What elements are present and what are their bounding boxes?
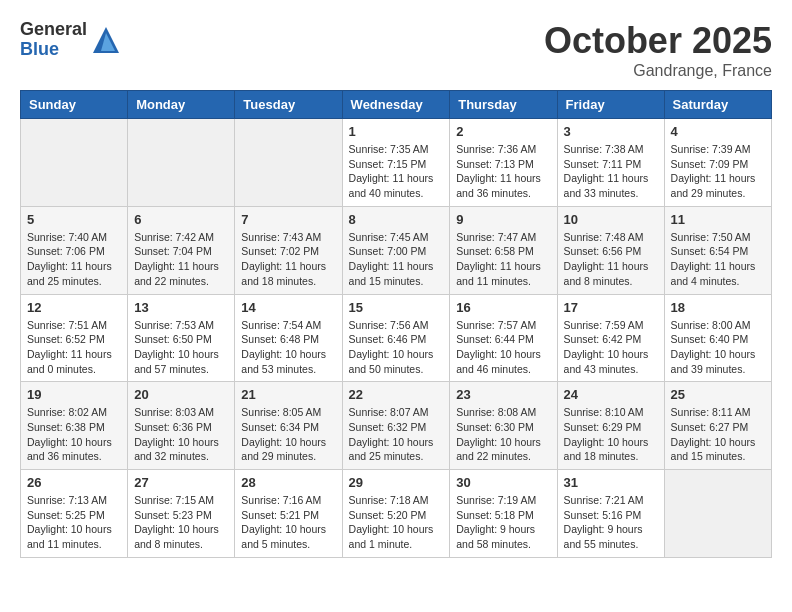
day-number: 19 — [27, 387, 121, 402]
day-info: Sunrise: 7:56 AM Sunset: 6:46 PM Dayligh… — [349, 318, 444, 377]
weekday-header: Friday — [557, 91, 664, 119]
calendar-cell: 17Sunrise: 7:59 AM Sunset: 6:42 PM Dayli… — [557, 294, 664, 382]
calendar-cell: 13Sunrise: 7:53 AM Sunset: 6:50 PM Dayli… — [128, 294, 235, 382]
day-info: Sunrise: 7:50 AM Sunset: 6:54 PM Dayligh… — [671, 230, 765, 289]
calendar-week-row: 19Sunrise: 8:02 AM Sunset: 6:38 PM Dayli… — [21, 382, 772, 470]
day-number: 18 — [671, 300, 765, 315]
calendar-cell: 10Sunrise: 7:48 AM Sunset: 6:56 PM Dayli… — [557, 206, 664, 294]
calendar-week-row: 1Sunrise: 7:35 AM Sunset: 7:15 PM Daylig… — [21, 119, 772, 207]
calendar-week-row: 5Sunrise: 7:40 AM Sunset: 7:06 PM Daylig… — [21, 206, 772, 294]
calendar-week-row: 26Sunrise: 7:13 AM Sunset: 5:25 PM Dayli… — [21, 470, 772, 558]
location-text: Gandrange, France — [544, 62, 772, 80]
day-info: Sunrise: 7:53 AM Sunset: 6:50 PM Dayligh… — [134, 318, 228, 377]
day-number: 31 — [564, 475, 658, 490]
calendar-cell: 15Sunrise: 7:56 AM Sunset: 6:46 PM Dayli… — [342, 294, 450, 382]
day-number: 22 — [349, 387, 444, 402]
day-number: 26 — [27, 475, 121, 490]
calendar-cell: 4Sunrise: 7:39 AM Sunset: 7:09 PM Daylig… — [664, 119, 771, 207]
day-number: 8 — [349, 212, 444, 227]
calendar-cell: 12Sunrise: 7:51 AM Sunset: 6:52 PM Dayli… — [21, 294, 128, 382]
calendar-cell — [21, 119, 128, 207]
day-info: Sunrise: 8:02 AM Sunset: 6:38 PM Dayligh… — [27, 405, 121, 464]
day-number: 3 — [564, 124, 658, 139]
day-info: Sunrise: 8:00 AM Sunset: 6:40 PM Dayligh… — [671, 318, 765, 377]
logo-blue-text: Blue — [20, 40, 87, 60]
calendar-header-row: SundayMondayTuesdayWednesdayThursdayFrid… — [21, 91, 772, 119]
day-number: 24 — [564, 387, 658, 402]
day-number: 11 — [671, 212, 765, 227]
day-number: 27 — [134, 475, 228, 490]
calendar-cell: 31Sunrise: 7:21 AM Sunset: 5:16 PM Dayli… — [557, 470, 664, 558]
day-number: 16 — [456, 300, 550, 315]
calendar-cell — [664, 470, 771, 558]
day-number: 30 — [456, 475, 550, 490]
weekday-header: Saturday — [664, 91, 771, 119]
calendar-cell: 16Sunrise: 7:57 AM Sunset: 6:44 PM Dayli… — [450, 294, 557, 382]
day-info: Sunrise: 7:54 AM Sunset: 6:48 PM Dayligh… — [241, 318, 335, 377]
day-info: Sunrise: 8:05 AM Sunset: 6:34 PM Dayligh… — [241, 405, 335, 464]
calendar-cell: 28Sunrise: 7:16 AM Sunset: 5:21 PM Dayli… — [235, 470, 342, 558]
calendar-cell: 27Sunrise: 7:15 AM Sunset: 5:23 PM Dayli… — [128, 470, 235, 558]
day-number: 21 — [241, 387, 335, 402]
calendar-cell: 30Sunrise: 7:19 AM Sunset: 5:18 PM Dayli… — [450, 470, 557, 558]
day-info: Sunrise: 8:08 AM Sunset: 6:30 PM Dayligh… — [456, 405, 550, 464]
calendar-cell — [128, 119, 235, 207]
page-header: General Blue October 2025 Gandrange, Fra… — [20, 20, 772, 80]
calendar-cell: 9Sunrise: 7:47 AM Sunset: 6:58 PM Daylig… — [450, 206, 557, 294]
weekday-header: Thursday — [450, 91, 557, 119]
title-area: October 2025 Gandrange, France — [544, 20, 772, 80]
day-info: Sunrise: 7:59 AM Sunset: 6:42 PM Dayligh… — [564, 318, 658, 377]
day-info: Sunrise: 7:13 AM Sunset: 5:25 PM Dayligh… — [27, 493, 121, 552]
day-number: 2 — [456, 124, 550, 139]
calendar-cell: 19Sunrise: 8:02 AM Sunset: 6:38 PM Dayli… — [21, 382, 128, 470]
day-info: Sunrise: 8:03 AM Sunset: 6:36 PM Dayligh… — [134, 405, 228, 464]
weekday-header: Tuesday — [235, 91, 342, 119]
day-number: 20 — [134, 387, 228, 402]
calendar-cell: 18Sunrise: 8:00 AM Sunset: 6:40 PM Dayli… — [664, 294, 771, 382]
calendar-cell: 3Sunrise: 7:38 AM Sunset: 7:11 PM Daylig… — [557, 119, 664, 207]
day-info: Sunrise: 7:43 AM Sunset: 7:02 PM Dayligh… — [241, 230, 335, 289]
day-number: 7 — [241, 212, 335, 227]
day-number: 12 — [27, 300, 121, 315]
calendar-cell: 7Sunrise: 7:43 AM Sunset: 7:02 PM Daylig… — [235, 206, 342, 294]
calendar-cell: 5Sunrise: 7:40 AM Sunset: 7:06 PM Daylig… — [21, 206, 128, 294]
day-info: Sunrise: 7:48 AM Sunset: 6:56 PM Dayligh… — [564, 230, 658, 289]
day-info: Sunrise: 8:10 AM Sunset: 6:29 PM Dayligh… — [564, 405, 658, 464]
day-number: 1 — [349, 124, 444, 139]
day-info: Sunrise: 7:21 AM Sunset: 5:16 PM Dayligh… — [564, 493, 658, 552]
calendar-cell: 14Sunrise: 7:54 AM Sunset: 6:48 PM Dayli… — [235, 294, 342, 382]
day-info: Sunrise: 7:15 AM Sunset: 5:23 PM Dayligh… — [134, 493, 228, 552]
calendar-table: SundayMondayTuesdayWednesdayThursdayFrid… — [20, 90, 772, 558]
calendar-cell: 1Sunrise: 7:35 AM Sunset: 7:15 PM Daylig… — [342, 119, 450, 207]
day-info: Sunrise: 8:07 AM Sunset: 6:32 PM Dayligh… — [349, 405, 444, 464]
day-info: Sunrise: 7:42 AM Sunset: 7:04 PM Dayligh… — [134, 230, 228, 289]
logo: General Blue — [20, 20, 121, 60]
day-number: 13 — [134, 300, 228, 315]
day-number: 4 — [671, 124, 765, 139]
day-number: 10 — [564, 212, 658, 227]
day-info: Sunrise: 8:11 AM Sunset: 6:27 PM Dayligh… — [671, 405, 765, 464]
day-number: 5 — [27, 212, 121, 227]
day-number: 23 — [456, 387, 550, 402]
calendar-week-row: 12Sunrise: 7:51 AM Sunset: 6:52 PM Dayli… — [21, 294, 772, 382]
day-info: Sunrise: 7:47 AM Sunset: 6:58 PM Dayligh… — [456, 230, 550, 289]
day-info: Sunrise: 7:18 AM Sunset: 5:20 PM Dayligh… — [349, 493, 444, 552]
calendar-cell — [235, 119, 342, 207]
calendar-cell: 11Sunrise: 7:50 AM Sunset: 6:54 PM Dayli… — [664, 206, 771, 294]
day-number: 25 — [671, 387, 765, 402]
calendar-cell: 8Sunrise: 7:45 AM Sunset: 7:00 PM Daylig… — [342, 206, 450, 294]
day-info: Sunrise: 7:36 AM Sunset: 7:13 PM Dayligh… — [456, 142, 550, 201]
calendar-cell: 20Sunrise: 8:03 AM Sunset: 6:36 PM Dayli… — [128, 382, 235, 470]
calendar-cell: 2Sunrise: 7:36 AM Sunset: 7:13 PM Daylig… — [450, 119, 557, 207]
day-info: Sunrise: 7:38 AM Sunset: 7:11 PM Dayligh… — [564, 142, 658, 201]
calendar-cell: 22Sunrise: 8:07 AM Sunset: 6:32 PM Dayli… — [342, 382, 450, 470]
calendar-cell: 25Sunrise: 8:11 AM Sunset: 6:27 PM Dayli… — [664, 382, 771, 470]
day-info: Sunrise: 7:51 AM Sunset: 6:52 PM Dayligh… — [27, 318, 121, 377]
calendar-cell: 6Sunrise: 7:42 AM Sunset: 7:04 PM Daylig… — [128, 206, 235, 294]
logo-icon — [91, 25, 121, 55]
day-number: 15 — [349, 300, 444, 315]
day-info: Sunrise: 7:16 AM Sunset: 5:21 PM Dayligh… — [241, 493, 335, 552]
day-info: Sunrise: 7:39 AM Sunset: 7:09 PM Dayligh… — [671, 142, 765, 201]
day-number: 28 — [241, 475, 335, 490]
calendar-cell: 23Sunrise: 8:08 AM Sunset: 6:30 PM Dayli… — [450, 382, 557, 470]
